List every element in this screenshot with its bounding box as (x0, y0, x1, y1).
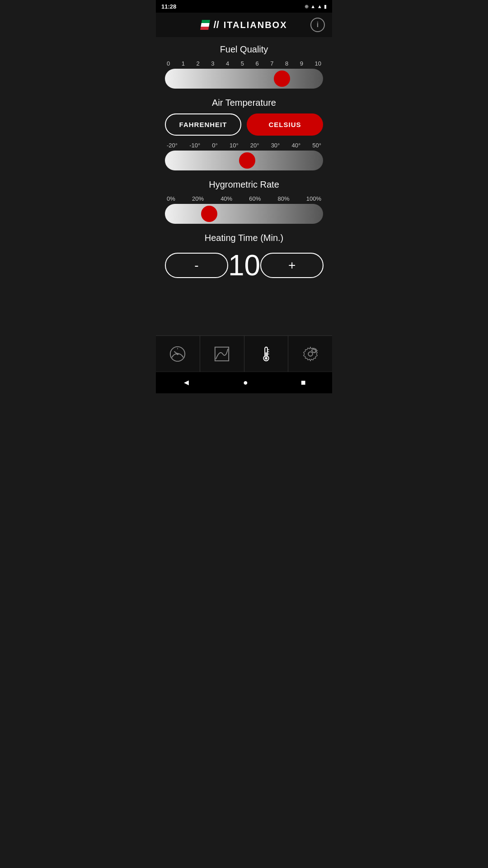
fuel-quality-title: Fuel Quality (165, 44, 323, 55)
signal-icon: ▲ (317, 4, 322, 9)
fuel-quality-scale: 0 1 2 3 4 5 6 7 8 9 10 (165, 60, 323, 67)
flag-icon (200, 20, 210, 30)
air-temperature-title: Air Temperature (165, 98, 323, 108)
thermometer-icon (256, 344, 276, 364)
heating-controls: - 10 + (165, 249, 323, 282)
main-content: Fuel Quality 0 1 2 3 4 5 6 7 8 9 10 Air … (156, 37, 332, 335)
nav-speedometer[interactable] (156, 336, 200, 372)
heating-value: 10 (228, 249, 260, 282)
fuel-quality-slider[interactable] (165, 69, 323, 89)
logo-slash: // (214, 19, 219, 31)
back-button[interactable]: ◄ (173, 374, 199, 391)
air-temp-scale: -20° -10° 0° 10° 20° 30° 40° 50° (165, 142, 323, 149)
battery-icon: ▮ (324, 4, 327, 9)
home-button[interactable]: ● (234, 374, 257, 391)
hygrometric-title: Hygrometric Rate (165, 179, 323, 190)
hygrometric-section: Hygrometric Rate 0% 20% 40% 60% 80% 100% (165, 179, 323, 224)
info-button[interactable]: i (310, 18, 325, 32)
recents-button[interactable]: ■ (292, 374, 315, 391)
wifi-icon: ▲ (310, 4, 315, 9)
bottom-nav (156, 335, 332, 372)
at-icon: ⊕ (305, 4, 309, 9)
nav-chart[interactable] (200, 336, 244, 372)
hygrometric-slider[interactable] (165, 204, 323, 224)
svg-rect-12 (265, 352, 267, 357)
celsius-button[interactable]: CELSIUS (247, 113, 323, 136)
system-nav: ◄ ● ■ (156, 372, 332, 393)
temperature-toggle: FAHRENHEIT CELSIUS (165, 113, 323, 136)
status-time: 11:28 (161, 3, 176, 10)
fuel-quality-thumb[interactable] (274, 71, 290, 87)
hygrometric-thumb[interactable] (201, 206, 217, 222)
status-icons: ⊕ ▲ ▲ ▮ (305, 4, 327, 9)
increment-button[interactable]: + (260, 253, 324, 278)
hygrometric-scale: 0% 20% 40% 60% 80% 100% (165, 195, 323, 202)
air-temperature-section: Air Temperature FAHRENHEIT CELSIUS -20° … (165, 98, 323, 170)
chart-icon (212, 344, 232, 364)
svg-rect-6 (215, 347, 229, 360)
heating-time-section: Heating Time (Min.) - 10 + (165, 233, 323, 282)
air-temp-thumb[interactable] (239, 152, 255, 169)
logo-text: ITALIANBOX (224, 20, 287, 30)
svg-point-13 (265, 357, 267, 359)
settings-icon (300, 344, 320, 364)
heating-time-title: Heating Time (Min.) (165, 233, 323, 243)
air-temp-slider[interactable] (165, 151, 323, 170)
status-bar: 11:28 ⊕ ▲ ▲ ▮ (156, 0, 332, 13)
header: // ITALIANBOX i (156, 13, 332, 37)
decrement-button[interactable]: - (165, 253, 228, 278)
nav-thermometer[interactable] (244, 336, 289, 372)
fahrenheit-button[interactable]: FAHRENHEIT (165, 113, 241, 136)
speedometer-icon (168, 344, 188, 364)
svg-point-14 (308, 352, 313, 356)
fuel-quality-section: Fuel Quality 0 1 2 3 4 5 6 7 8 9 10 (165, 44, 323, 89)
logo-container: // ITALIANBOX (201, 19, 287, 31)
svg-point-2 (177, 353, 178, 355)
nav-settings[interactable] (288, 336, 332, 372)
